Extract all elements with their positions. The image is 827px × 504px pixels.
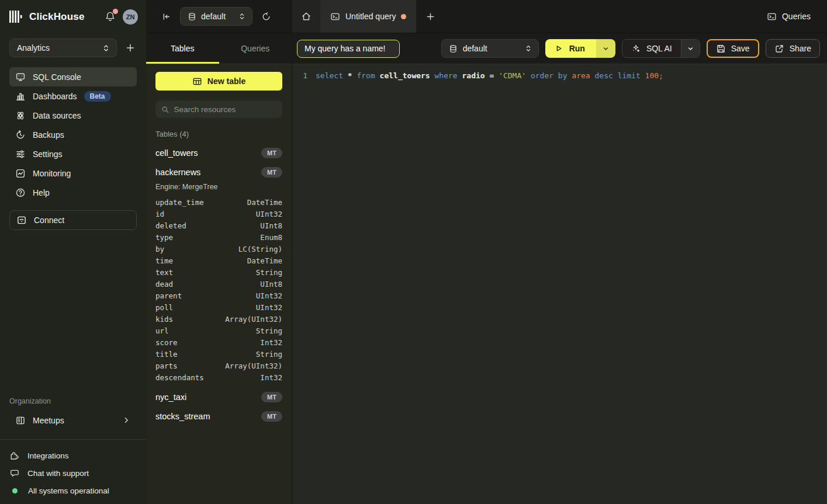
table-row-cell-towers[interactable]: cell_towers MT — [155, 143, 282, 162]
home-tab-button[interactable] — [292, 0, 320, 33]
sidebar-item-monitoring[interactable]: Monitoring — [9, 164, 137, 183]
code-token: radio — [462, 71, 489, 80]
column-type: Enum8 — [260, 232, 282, 244]
column-row: partsArray(UInt32) — [155, 360, 282, 372]
collapse-sidebar-icon[interactable] — [161, 12, 171, 22]
sidebar-item-sql-console[interactable]: SQL Console — [9, 67, 137, 86]
avatar[interactable]: ZN — [123, 9, 138, 25]
resources-panel: Tables Queries New table — [146, 33, 292, 504]
home-icon — [301, 11, 312, 22]
engine-badge: MT — [261, 148, 282, 158]
system-status[interactable]: All systems operational — [9, 482, 137, 499]
column-row: pollUInt32 — [155, 302, 282, 314]
run-options-button[interactable] — [596, 39, 615, 58]
column-type: UInt32 — [256, 290, 282, 302]
chevron-down-icon — [602, 45, 610, 53]
engine-label: Engine: MergeTree — [155, 183, 282, 191]
share-button[interactable]: Share — [766, 39, 820, 58]
tab-untitled-query[interactable]: Untitled query — [320, 0, 416, 33]
topbar: default — [146, 0, 827, 33]
code-token: cell_towers — [380, 71, 435, 80]
sidebar-item-label: Meetups — [33, 416, 64, 425]
column-row: timeDateTime — [155, 255, 282, 267]
table-row-stocks-stream[interactable]: stocks_stream MT — [155, 406, 282, 426]
code-token: from — [357, 71, 379, 80]
editor-toolbar: default Run — [292, 33, 827, 64]
column-row: urlString — [155, 325, 282, 337]
column-row: idUInt32 — [155, 208, 282, 220]
database-select[interactable]: default — [441, 39, 539, 58]
refresh-icon[interactable] — [261, 12, 271, 22]
run-button[interactable]: Run — [545, 39, 596, 58]
sql-ai-button-group: SQL AI — [622, 39, 700, 58]
column-row: textString — [155, 267, 282, 279]
column-name: id — [155, 208, 164, 220]
sql-editor[interactable]: 1 select * from cell_towers where radio … — [292, 64, 827, 504]
sidebar-item-label: Backups — [33, 130, 64, 140]
chevron-updown-icon — [238, 12, 246, 20]
sidebar-item-chat-support[interactable]: Chat with support — [9, 464, 137, 482]
sidebar-item-integrations[interactable]: Integrations — [9, 447, 137, 464]
sidebar-nav: SQL Console Dashboards Beta Data so — [0, 64, 146, 202]
line-number: 1 — [292, 69, 307, 82]
notifications-button[interactable] — [105, 11, 116, 22]
column-type: Array(UInt32) — [225, 360, 282, 372]
queries-button[interactable]: Queries — [767, 12, 811, 22]
brand[interactable]: ClickHouse — [9, 11, 105, 23]
column-name: type — [155, 232, 173, 244]
sql-ai-options-button[interactable] — [681, 40, 700, 57]
connection-select[interactable]: default — [180, 7, 252, 26]
footer-item-label: Integrations — [27, 451, 69, 460]
save-button[interactable]: Save — [707, 39, 759, 58]
table-row-hackernews[interactable]: hackernews MT — [155, 162, 282, 182]
table-name: cell_towers — [155, 148, 198, 158]
status-label: All systems operational — [28, 486, 109, 495]
resources-panel-body: New table Tables (4) cell_towers MT — [146, 64, 292, 504]
workspace-select[interactable]: Analytics — [9, 39, 117, 57]
new-table-button[interactable]: New table — [155, 72, 282, 91]
new-tab-button[interactable] — [416, 0, 444, 33]
beta-badge: Beta — [84, 91, 111, 102]
connection-select-value: default — [201, 12, 233, 21]
column-row: deletedUInt8 — [155, 220, 282, 232]
column-type: String — [256, 267, 282, 279]
column-name: text — [155, 267, 173, 279]
code-line[interactable]: 1 select * from cell_towers where radio … — [292, 69, 827, 82]
sidebar-item-data-sources[interactable]: Data sources — [9, 106, 137, 125]
connect-button[interactable]: Connect — [9, 210, 137, 230]
column-row: kidsArray(UInt32) — [155, 314, 282, 325]
sidebar-item-meetups[interactable]: Meetups — [9, 411, 137, 430]
sidebar-item-backups[interactable]: Backups — [9, 125, 137, 144]
dashboards-icon — [15, 91, 26, 102]
add-workspace-button[interactable] — [124, 41, 137, 54]
tab-label: Untitled query — [345, 12, 396, 21]
tab-queries[interactable]: Queries — [219, 33, 292, 64]
tab-tables[interactable]: Tables — [146, 33, 219, 64]
query-name-input[interactable] — [297, 40, 400, 58]
table-row-nyc-taxi[interactable]: nyc_taxi MT — [155, 387, 282, 406]
search-box[interactable] — [155, 100, 282, 118]
sidebar-item-label: Monitoring — [33, 169, 71, 178]
chevron-updown-icon — [102, 44, 110, 53]
notification-dot — [113, 9, 118, 14]
column-name: parent — [155, 290, 182, 302]
chevron-updown-icon — [524, 44, 532, 53]
tab-tables-label: Tables — [171, 44, 194, 53]
sidebar-item-dashboards[interactable]: Dashboards Beta — [9, 86, 137, 106]
column-type: DateTime — [247, 255, 282, 267]
new-table-button-label: New table — [207, 77, 245, 86]
search-icon — [161, 105, 169, 114]
column-type: LC(String) — [238, 244, 282, 255]
connect-button-label: Connect — [34, 215, 64, 225]
sql-ai-button[interactable]: SQL AI — [622, 40, 681, 57]
chevron-right-icon — [122, 416, 131, 425]
column-row: scoreInt32 — [155, 337, 282, 349]
column-type: DateTime — [247, 197, 282, 208]
brand-name: ClickHouse — [29, 11, 85, 23]
column-name: descendants — [155, 372, 204, 384]
column-name: url — [155, 325, 169, 337]
sidebar-header: ClickHouse ZN — [0, 0, 146, 33]
sidebar-item-help[interactable]: Help — [9, 183, 137, 202]
sidebar-item-settings[interactable]: Settings — [9, 144, 137, 164]
search-input[interactable] — [174, 105, 276, 114]
